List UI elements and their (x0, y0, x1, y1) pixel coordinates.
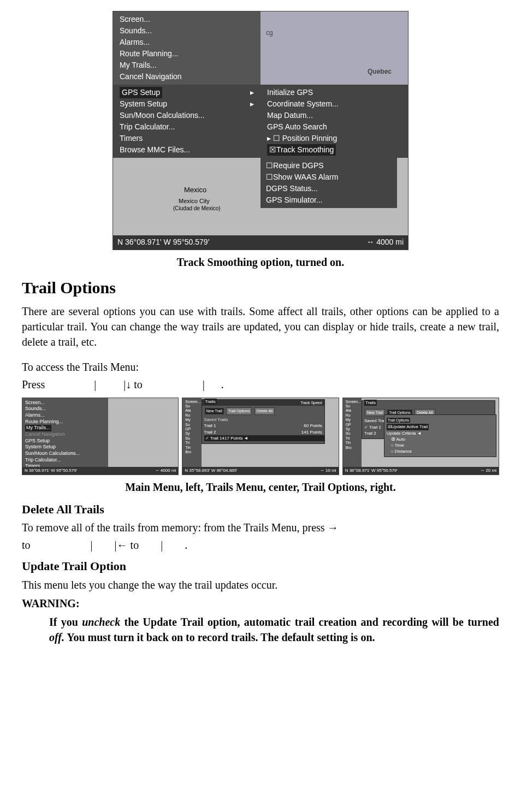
body-text: To remove all of the trails from memory:… (22, 520, 499, 535)
map-label: Mexico (184, 185, 206, 195)
menu-item: Coordinate System... (267, 98, 401, 110)
subsection-heading: Delete All Trails (22, 501, 499, 518)
menu-item: Browse MMC Files... (120, 144, 254, 156)
chevron-right-icon: ▸ (250, 98, 254, 110)
map-label: (Ciudad de Mexico) (173, 205, 221, 212)
status-bar: N 36°08.971' W 95°50.579' ↔ 4000 mi (113, 235, 408, 250)
option-item: Update Criteria ◄ (387, 430, 494, 436)
warning-text: If you uncheck the Update Trail option, … (49, 614, 499, 645)
body-text: This menu lets you change the way the tr… (22, 577, 499, 592)
list-header: Saved Trails (204, 417, 322, 423)
panel-title: Trails (204, 399, 217, 405)
menu-item: Initialize GPS (267, 87, 401, 98)
coordinates: N 36°08.971' W 95°50.579' (117, 237, 209, 248)
warning-heading: WARNING: (22, 596, 499, 611)
menu-item: System Setup (120, 99, 167, 108)
scale-indicator: ↔ 20 mi (480, 467, 496, 473)
menu-item: Alarms... (25, 412, 105, 419)
body-text: There are several options you can use wi… (22, 304, 499, 349)
delete-all-button: Delete All (254, 407, 275, 415)
figure-caption: Track Smoothing option, turned on. (22, 254, 499, 270)
menu-item: System Setup (25, 444, 105, 451)
menu-item: Sounds... (25, 406, 105, 412)
instruction-line: Press | |↓ to | . (22, 377, 499, 392)
radio-option: ⦿ Auto (387, 436, 494, 442)
menu-item-highlighted: ☒Track Smoothing (267, 144, 336, 156)
menu-item: Map Datum... (267, 110, 401, 121)
menu-item: Trip Calculator... (120, 121, 254, 133)
menu-item: Timers (120, 133, 254, 144)
body-text: To access the Trails Menu: (22, 359, 499, 375)
figure-caption: Main Menu, left, Trails Menu, center, Tr… (22, 479, 499, 495)
menu-item: DGPS Status... (266, 183, 392, 194)
radio-option: ○ Distance (387, 448, 494, 454)
menu-item: Route Planning... (120, 48, 254, 60)
menu-item: ☐ Position Pinning (273, 134, 337, 143)
menu-item: Trip Calculator... (25, 457, 105, 464)
coordinates: N 36°08.971' W 95°50.579' (345, 467, 398, 473)
chevron-right-icon: ▸ (267, 134, 273, 143)
radio-option: ○ Time (387, 442, 494, 448)
coordinates: N 35°58.893' W 96°04.885' (185, 467, 237, 473)
menu-item-disabled: Cancel Navigation (25, 431, 105, 438)
chevron-right-icon: ▸ (250, 87, 254, 98)
menu-item: Sun/Moon Calculations... (25, 451, 105, 457)
coordinates: N 36°08.971' W 95°50.579' (25, 467, 77, 473)
menu-item: My Trails... (120, 60, 254, 71)
menu-item: Sounds... (120, 25, 254, 37)
triple-screenshot-row: Screen... Sounds... Alarms... Route Plan… (22, 398, 499, 475)
menu-item-disabled: Cancel Navigation (120, 71, 254, 82)
scale-indicator: ↔ 4000 mi (366, 237, 404, 248)
main-screenshot: Screen... Sounds... Alarms... Route Plan… (113, 11, 408, 250)
panel-title: Trails (364, 400, 377, 406)
menu-item-highlighted: My Trails... (25, 425, 51, 431)
new-trail-button: New Trail (365, 409, 385, 417)
panel-subtitle: Trail Options (387, 418, 410, 423)
menu-item-highlighted: GPS Setup (120, 87, 162, 98)
section-heading: Trail Options (22, 276, 499, 299)
mini-trails-menu: Screen... So Ala Ro My So GP Sy Su Tri T… (182, 398, 339, 475)
subsection-heading: Update Trail Option (22, 558, 499, 575)
scale-indicator: ↔ 10 mi (320, 467, 336, 473)
menu-item: Screen... (120, 14, 254, 25)
mini-trail-options: Screen... So Ala Ro My GP Sy Su Tri Tin … (342, 398, 499, 475)
mini-main-menu: Screen... Sounds... Alarms... Route Plan… (22, 398, 179, 475)
instruction-line: to | |← to | . (22, 537, 499, 553)
menu-item: Screen... (25, 400, 105, 406)
menu-item: ☐Show WAAS Alarm (266, 171, 392, 183)
menu-item: GPS Simulator... (266, 194, 392, 206)
scale-indicator: ↔ 4000 mi (155, 467, 176, 473)
option-highlighted: ☒Update Active Trail (387, 424, 429, 430)
panel-topbar: Track Speed (202, 400, 324, 406)
menu-item: Alarms... (120, 37, 254, 48)
menu-item: GPS Setup (25, 438, 105, 444)
menu-item: ☐Require DGPS (266, 160, 392, 171)
new-trail-button: New Trail (205, 408, 224, 414)
map-label: Quebec (368, 67, 392, 76)
submenu-overlay: ☐Require DGPS ☐Show WAAS Alarm DGPS Stat… (260, 158, 397, 208)
trail-options-button: Trail Options (226, 407, 252, 415)
menu-item: Route Planning... (25, 419, 105, 425)
map-label: cg (266, 28, 273, 38)
menu-item: GPS Auto Search (267, 121, 401, 133)
menu-item: Sun/Moon Calculations... (120, 110, 254, 121)
